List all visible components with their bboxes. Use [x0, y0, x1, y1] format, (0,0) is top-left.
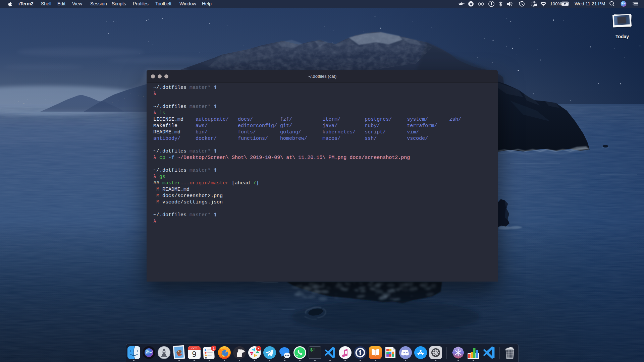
svg-text:OCT: OCT: [192, 347, 197, 350]
svg-text:9: 9: [192, 350, 197, 359]
svg-text:1: 1: [213, 346, 215, 350]
svg-text:$: $: [310, 348, 313, 353]
